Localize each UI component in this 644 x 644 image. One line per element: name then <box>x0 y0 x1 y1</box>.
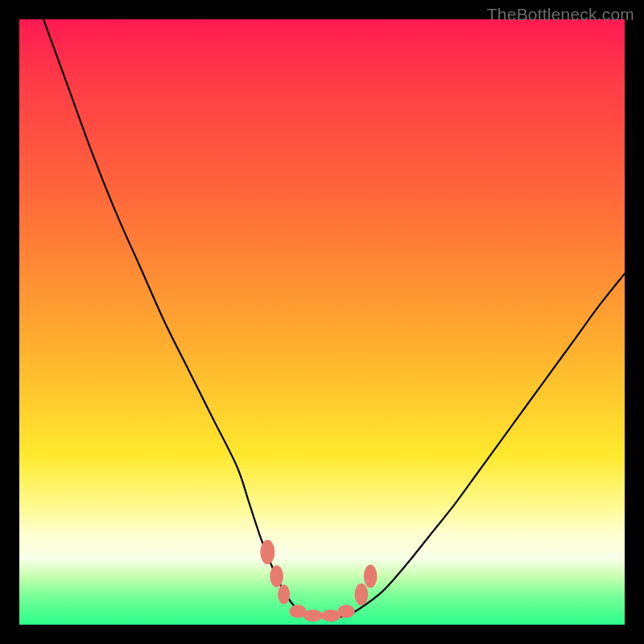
curve-marker <box>278 584 290 604</box>
curve-marker <box>289 605 306 618</box>
curve-marker <box>321 609 341 621</box>
curve-marker <box>364 565 378 588</box>
chart-svg <box>19 19 625 625</box>
curve-marker <box>303 609 323 621</box>
chart-frame: TheBottleneck.com <box>0 0 644 644</box>
curve-marker <box>260 540 275 564</box>
bottleneck-curve <box>43 19 625 617</box>
watermark-text: TheBottleneck.com <box>487 5 634 24</box>
curve-marker <box>338 605 355 618</box>
curve-marker <box>270 565 283 587</box>
chart-plot-area <box>19 19 625 625</box>
curve-markers <box>260 540 377 622</box>
curve-marker <box>355 584 369 605</box>
